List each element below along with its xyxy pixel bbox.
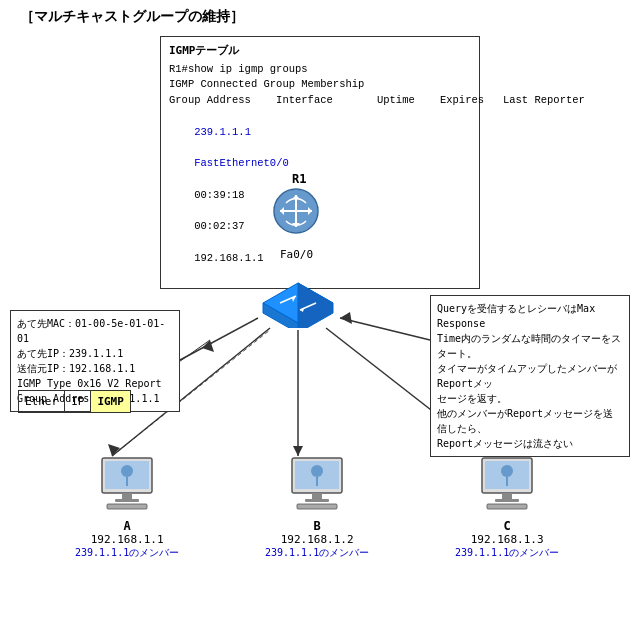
igmp-spacing2	[194, 173, 207, 185]
packet-ether: Ether	[19, 391, 65, 412]
svg-line-9	[340, 318, 430, 340]
pc-c: C 192.168.1.3 239.1.1.1のメンバー	[455, 456, 559, 560]
left-ann-line1: あて先MAC：01-00-5e-01-01-01	[17, 316, 173, 346]
right-annotation: Queryを受信するとレシーバはMax Response Time内のランダムな…	[430, 295, 630, 457]
igmp-code-line2: IGMP Connected Group Membership	[169, 77, 471, 93]
svg-point-50	[501, 465, 513, 477]
svg-rect-33	[122, 493, 132, 499]
igmp-group-addr: 239.1.1.1	[194, 126, 251, 138]
r1-label: R1	[292, 172, 306, 186]
right-ann-line4: セージを返す。	[437, 391, 623, 406]
svg-marker-25	[298, 283, 333, 328]
pc-b: B 192.168.1.2 239.1.1.1のメンバー	[265, 456, 369, 560]
left-ann-line3: 送信元IP：192.168.1.1	[17, 361, 173, 376]
svg-marker-5	[293, 446, 303, 456]
igmp-table-title: IGMPテーブル	[169, 43, 471, 60]
page-title: ［マルチキャストグループの維持］	[20, 8, 244, 26]
svg-rect-49	[487, 504, 527, 509]
router-r1	[270, 185, 322, 237]
igmp-reporter: 192.168.1.1	[194, 252, 263, 264]
svg-point-43	[311, 465, 323, 477]
igmp-expires: 00:02:37	[194, 220, 244, 232]
right-ann-line1: Queryを受信するとレシーバはMax Response	[437, 301, 623, 331]
pc-b-ip: 192.168.1.2	[265, 533, 369, 546]
pc-a-member: 239.1.1.1のメンバー	[75, 546, 179, 560]
packet-igmp: IGMP	[91, 391, 130, 412]
svg-rect-34	[115, 499, 139, 502]
svg-rect-35	[107, 504, 147, 509]
svg-rect-48	[495, 499, 519, 502]
left-ann-line4: IGMP Type 0x16 V2 Report	[17, 376, 173, 391]
pc-b-label: B	[265, 519, 369, 533]
igmp-code-line1: R1#show ip igmp groups	[169, 62, 471, 78]
svg-marker-15	[202, 340, 214, 352]
fa00-label: Fa0/0	[280, 248, 313, 261]
igmp-spacing3	[194, 204, 207, 216]
packet-box: Ether IP IGMP	[18, 390, 131, 413]
igmp-spacing4	[194, 236, 200, 248]
right-ann-line2: Time内のランダムな時間のタイマーをスタート。	[437, 331, 623, 361]
pc-a-ip: 192.168.1.1	[75, 533, 179, 546]
svg-rect-41	[305, 499, 329, 502]
right-ann-line6: Reportメッセージは流さない	[437, 436, 623, 451]
igmp-code-line3: Group Address Interface Uptime Expires L…	[169, 93, 471, 109]
packet-ip: IP	[65, 391, 91, 412]
svg-marker-10	[340, 312, 352, 324]
igmp-interface: FastEthernet0/0	[194, 157, 289, 169]
pc-c-label: C	[455, 519, 559, 533]
pc-c-member: 239.1.1.1のメンバー	[455, 546, 559, 560]
right-ann-line3: タイマーがタイムアップしたメンバーがReportメッ	[437, 361, 623, 391]
pc-a-label: A	[75, 519, 179, 533]
switch-icon	[258, 278, 338, 328]
svg-rect-42	[297, 504, 337, 509]
igmp-table-box: IGMPテーブル R1#show ip igmp groups IGMP Con…	[160, 36, 480, 289]
right-ann-line5: 他のメンバーがReportメッセージを送信したら、	[437, 406, 623, 436]
svg-marker-3	[108, 444, 120, 456]
svg-rect-47	[502, 493, 512, 499]
svg-point-36	[121, 465, 133, 477]
pc-b-member: 239.1.1.1のメンバー	[265, 546, 369, 560]
svg-rect-40	[312, 493, 322, 499]
igmp-uptime: 00:39:18	[194, 189, 244, 201]
pc-c-ip: 192.168.1.3	[455, 533, 559, 546]
igmp-spacing1	[194, 141, 219, 153]
pc-a: A 192.168.1.1 239.1.1.1のメンバー	[75, 456, 179, 560]
svg-line-8	[180, 318, 258, 360]
left-ann-line2: あて先IP：239.1.1.1	[17, 346, 173, 361]
